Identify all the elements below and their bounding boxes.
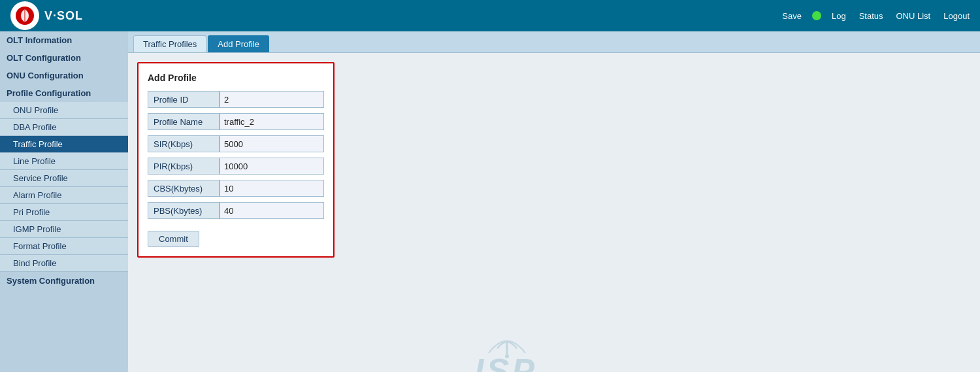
header-right: Save Log Status ONU List Logout: [782, 11, 970, 21]
tab-add-profile[interactable]: Add Profile: [208, 35, 269, 52]
form-row-sir: SIR(Kbps): [148, 135, 324, 152]
sidebar-item-format-profile[interactable]: Format Profile: [0, 238, 128, 255]
form-row-profile-name: Profile Name: [148, 113, 324, 130]
logo-area: V·SOL: [10, 1, 83, 30]
sidebar-section-olt-config[interactable]: OLT Configuration: [0, 49, 128, 67]
sidebar-item-traffic-profile[interactable]: Traffic Profile: [0, 136, 128, 153]
add-profile-form: Add Profile Profile ID Profile Name SIR(…: [137, 62, 335, 258]
sidebar-item-bind-profile[interactable]: Bind Profile: [0, 255, 128, 272]
label-pbs: PBS(Kbytes): [148, 202, 220, 219]
tab-traffic-profiles[interactable]: Traffic Profiles: [133, 35, 206, 52]
input-pbs[interactable]: [220, 202, 324, 219]
commit-button[interactable]: Commit: [148, 231, 199, 247]
sidebar-item-onu-profile[interactable]: ONU Profile: [0, 102, 128, 119]
form-row-profile-id: Profile ID: [148, 91, 324, 108]
form-row-pir: PIR(Kbps): [148, 158, 324, 175]
nav-status[interactable]: Status: [859, 11, 883, 21]
logo-text: V·SOL: [44, 9, 83, 23]
header: V·SOL Save Log Status ONU List Logout: [0, 0, 980, 31]
input-profile-id[interactable]: [220, 91, 324, 108]
sidebar-item-pri-profile[interactable]: Pri Profile: [0, 204, 128, 221]
sidebar-section-profile-config[interactable]: Profile Configuration: [0, 84, 128, 102]
label-sir: SIR(Kbps): [148, 135, 220, 152]
isp-watermark-text: ISP: [474, 354, 540, 372]
sidebar: OLT Information OLT Configuration ONU Co…: [0, 31, 128, 372]
form-row-cbs: CBS(Kbytes): [148, 180, 324, 197]
sidebar-section-olt-info[interactable]: OLT Information: [0, 31, 128, 49]
sidebar-item-line-profile[interactable]: Line Profile: [0, 153, 128, 170]
status-indicator: [812, 11, 821, 20]
input-cbs[interactable]: [220, 180, 324, 197]
sidebar-item-service-profile[interactable]: Service Profile: [0, 170, 128, 187]
label-cbs: CBS(Kbytes): [148, 180, 220, 197]
tab-bar: Traffic Profiles Add Profile: [128, 31, 980, 53]
sidebar-section-system-config[interactable]: System Configuration: [0, 272, 128, 290]
nav-logout[interactable]: Logout: [943, 11, 970, 21]
nav-log[interactable]: Log: [832, 11, 846, 21]
svg-point-3: [505, 354, 509, 358]
input-sir[interactable]: [220, 135, 324, 152]
isp-signal-icon: [474, 319, 540, 358]
form-row-pbs: PBS(Kbytes): [148, 202, 324, 219]
nav-onu-list[interactable]: ONU List: [896, 11, 931, 21]
form-title: Add Profile: [148, 73, 324, 83]
label-pir: PIR(Kbps): [148, 158, 220, 175]
save-button[interactable]: Save: [782, 11, 802, 21]
logo-icon: [10, 1, 39, 30]
input-pir[interactable]: [220, 158, 324, 175]
sidebar-item-alarm-profile[interactable]: Alarm Profile: [0, 187, 128, 204]
header-nav: Log Status ONU List Logout: [832, 11, 970, 21]
main-layout: OLT Information OLT Configuration ONU Co…: [0, 31, 980, 372]
sidebar-section-onu-config[interactable]: ONU Configuration: [0, 67, 128, 84]
sidebar-item-igmp-profile[interactable]: IGMP Profile: [0, 221, 128, 238]
sidebar-item-dba-profile[interactable]: DBA Profile: [0, 119, 128, 136]
input-profile-name[interactable]: [220, 113, 324, 130]
label-profile-name: Profile Name: [148, 113, 220, 130]
label-profile-id: Profile ID: [148, 91, 220, 108]
main-content: Traffic Profiles Add Profile Add Profile…: [128, 31, 980, 372]
